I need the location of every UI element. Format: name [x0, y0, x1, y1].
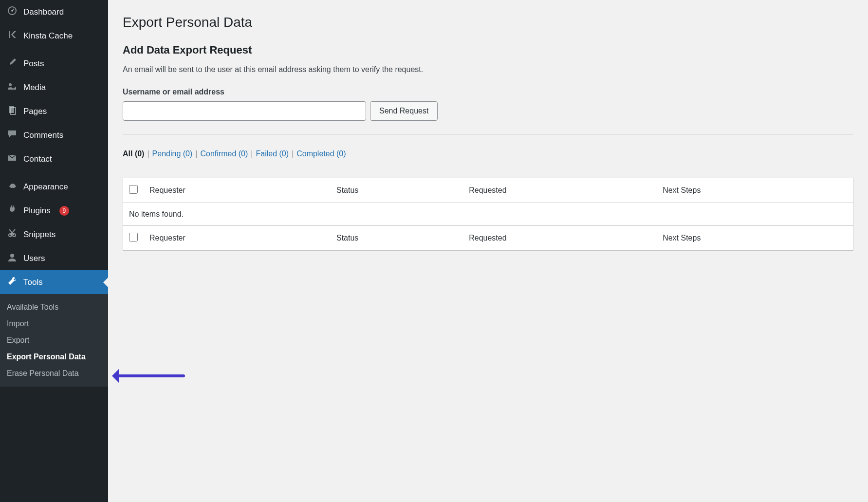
sidebar-label: Pages: [23, 107, 47, 116]
sidebar-item-contact[interactable]: Contact: [0, 147, 108, 171]
sidebar-label: Comments: [23, 130, 63, 140]
col-requester-foot: Requester: [144, 226, 331, 251]
sidebar-label: Tools: [23, 278, 43, 287]
sidebar-label: Users: [23, 254, 45, 263]
page-title: Export Personal Data: [123, 15, 853, 30]
filter-failed[interactable]: Failed (0): [256, 149, 289, 158]
tools-submenu: Available Tools Import Export Export Per…: [0, 294, 108, 387]
sidebar-item-dashboard[interactable]: Dashboard: [0, 0, 108, 24]
media-icon: [7, 81, 18, 93]
col-status[interactable]: Status: [331, 178, 463, 203]
svg-point-2: [9, 83, 12, 86]
sidebar-item-tools[interactable]: Tools: [0, 270, 108, 294]
col-requested-foot: Requested: [463, 226, 657, 251]
kinsta-icon: [7, 30, 18, 42]
sidebar-label: Media: [23, 83, 46, 93]
section-description: An email will be sent to the user at thi…: [123, 65, 853, 74]
users-icon: [7, 252, 18, 264]
sidebar-item-appearance[interactable]: Appearance: [0, 175, 108, 199]
export-requests-table: Requester Status Requested Next Steps No…: [123, 178, 853, 251]
sidebar-item-posts[interactable]: Posts: [0, 52, 108, 75]
sidebar-item-users[interactable]: Users: [0, 246, 108, 270]
main-content: Export Personal Data Add Data Export Req…: [108, 0, 868, 502]
plugins-icon: [7, 205, 18, 217]
sidebar-label: Appearance: [23, 182, 68, 192]
sidebar-label: Contact: [23, 154, 52, 164]
svg-point-8: [10, 254, 14, 258]
col-status-foot: Status: [331, 226, 463, 251]
filter-completed[interactable]: Completed (0): [296, 149, 346, 158]
select-all-bottom[interactable]: [129, 233, 138, 242]
sidebar-item-media[interactable]: Media: [0, 75, 108, 99]
comments-icon: [7, 129, 18, 141]
sidebar-item-plugins[interactable]: Plugins 9: [0, 199, 108, 223]
status-filters: All (0)|Pending (0)|Confirmed (0)|Failed…: [123, 149, 853, 158]
submenu-export-personal-data[interactable]: Export Personal Data: [0, 349, 108, 365]
col-requester[interactable]: Requester: [144, 178, 331, 203]
dashboard-icon: [7, 6, 18, 18]
sidebar-label: Plugins: [23, 206, 51, 216]
filter-separator: |: [248, 149, 256, 158]
col-next-steps-foot: Next Steps: [657, 226, 853, 251]
sidebar-item-snippets[interactable]: Snippets: [0, 223, 108, 246]
divider: [123, 134, 853, 135]
contact-icon: [7, 153, 18, 165]
sidebar-label: Dashboard: [23, 7, 64, 17]
admin-sidebar: Dashboard Kinsta Cache Posts Media Pages…: [0, 0, 108, 502]
svg-point-1: [11, 10, 13, 12]
col-requested[interactable]: Requested: [463, 178, 657, 203]
snippets-icon: [7, 228, 18, 241]
send-request-button[interactable]: Send Request: [370, 101, 438, 121]
filter-pending[interactable]: Pending (0): [152, 149, 193, 158]
sidebar-item-kinsta-cache[interactable]: Kinsta Cache: [0, 24, 108, 48]
sidebar-label: Kinsta Cache: [23, 31, 73, 41]
sidebar-item-comments[interactable]: Comments: [0, 123, 108, 147]
tools-icon: [7, 276, 18, 288]
section-heading: Add Data Export Request: [123, 44, 853, 56]
sidebar-item-pages[interactable]: Pages: [0, 99, 108, 123]
select-all-top[interactable]: [129, 185, 138, 194]
sidebar-label: Snippets: [23, 230, 55, 240]
col-next-steps[interactable]: Next Steps: [657, 178, 853, 203]
filter-confirmed[interactable]: Confirmed (0): [200, 149, 248, 158]
posts-icon: [7, 57, 18, 70]
submenu-export[interactable]: Export: [0, 332, 108, 349]
appearance-icon: [7, 181, 18, 193]
no-items-text: No items found.: [123, 203, 853, 226]
sidebar-label: Posts: [23, 59, 44, 69]
username-email-input[interactable]: [123, 101, 366, 121]
submenu-erase-personal-data[interactable]: Erase Personal Data: [0, 365, 108, 382]
filter-all: All (0): [123, 149, 144, 158]
username-email-label: Username or email address: [123, 88, 853, 96]
filter-separator: |: [144, 149, 152, 158]
filter-separator: |: [192, 149, 200, 158]
filter-separator: |: [289, 149, 296, 158]
plugins-update-badge: 9: [59, 206, 69, 216]
submenu-import[interactable]: Import: [0, 316, 108, 332]
pages-icon: [7, 105, 18, 117]
submenu-available-tools[interactable]: Available Tools: [0, 299, 108, 316]
